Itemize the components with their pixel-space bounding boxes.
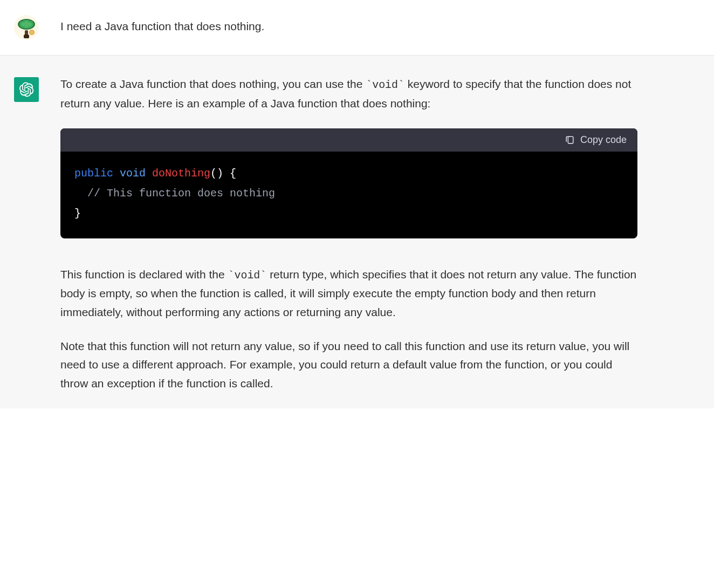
clipboard-icon — [565, 135, 575, 145]
assistant-paragraph-2: This function is declared with the `void… — [60, 265, 637, 322]
copy-code-label: Copy code — [580, 134, 627, 146]
svg-rect-11 — [568, 136, 573, 143]
svg-point-10 — [30, 31, 34, 35]
code-body: public void doNothing() { // This functi… — [60, 152, 637, 238]
assistant-message-content: To create a Java function that does noth… — [60, 75, 637, 393]
code-token-keyword: void — [120, 167, 146, 180]
svg-rect-8 — [24, 35, 29, 38]
code-token-punct: } — [74, 207, 81, 220]
openai-logo-icon — [19, 82, 34, 97]
assistant-avatar — [14, 77, 39, 102]
inline-code: `void` — [366, 79, 404, 91]
svg-point-5 — [28, 23, 32, 26]
svg-point-3 — [22, 23, 25, 26]
user-avatar-icon — [14, 15, 39, 40]
code-block: Copy code public void doNothing() { // T… — [60, 128, 637, 238]
user-message: I need a Java function that does nothing… — [0, 0, 714, 56]
assistant-paragraph-1: To create a Java function that does noth… — [60, 75, 637, 113]
inline-code: `void` — [228, 269, 267, 282]
svg-point-4 — [25, 21, 29, 25]
text-segment: This function is declared with the — [60, 268, 228, 281]
assistant-paragraph-3: Note that this function will not return … — [60, 337, 637, 393]
code-token-punct: () — [210, 167, 223, 180]
code-token-function: doNothing — [152, 167, 210, 180]
svg-point-6 — [25, 24, 29, 28]
user-avatar — [14, 15, 39, 40]
copy-code-button[interactable]: Copy code — [565, 134, 627, 146]
user-message-text: I need a Java function that does nothing… — [60, 17, 637, 36]
code-token-keyword: public — [74, 167, 113, 180]
code-token-comment: // This function does nothing — [87, 187, 275, 200]
code-header: Copy code — [60, 128, 637, 152]
assistant-message: To create a Java function that does noth… — [0, 56, 714, 408]
code-token-punct: { — [223, 167, 236, 180]
user-message-content: I need a Java function that does nothing… — [60, 13, 637, 40]
text-segment: To create a Java function that does noth… — [60, 78, 366, 90]
